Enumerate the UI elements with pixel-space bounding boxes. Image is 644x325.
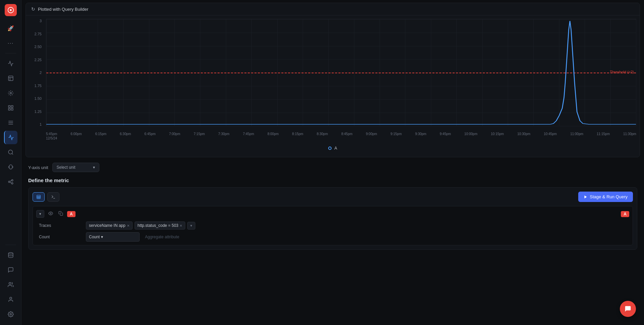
svg-marker-30 [585, 195, 587, 198]
sidebar-item-scope[interactable] [4, 146, 17, 159]
sidebar-item-bug[interactable] [4, 160, 17, 174]
x-label-10: 8:15pm [292, 132, 303, 140]
y-label-250: 2.50 [35, 45, 42, 49]
chevron-icon: ▾ [39, 212, 41, 216]
y-axis-unit-value: Select unit [57, 165, 76, 170]
aggregate-row: Count Count ▾ Aggregate attribute [36, 232, 629, 242]
sidebar-item-list[interactable] [4, 116, 17, 129]
terminal-view-button[interactable] [47, 192, 59, 202]
query-row: ▾ A A Traces serviceNam [33, 206, 633, 245]
chart-header: ↻ Plotted with Query Builder [26, 3, 640, 15]
svg-line-14 [12, 153, 13, 154]
legend-series-label: A [334, 146, 337, 151]
row-visibility-button[interactable] [47, 210, 54, 218]
svg-point-31 [50, 213, 51, 214]
chat-support-button[interactable] [620, 301, 636, 317]
query-builder-icon: ↻ [31, 6, 35, 12]
x-label-5: 7:00pm [169, 132, 180, 140]
sidebar-item-query[interactable] [4, 57, 17, 70]
sidebar: 🚀 ··· [0, 0, 21, 325]
stage-run-label: Stage & Run Query [590, 194, 628, 199]
x-label-6: 7:15pm [194, 132, 205, 140]
row-series-badge-right: A [621, 211, 629, 217]
svg-rect-9 [11, 109, 13, 110]
sidebar-item-connect[interactable] [4, 175, 17, 189]
chart-svg [46, 19, 636, 126]
main-content: ↻ Plotted with Query Builder 3 2.75 2.50… [21, 0, 644, 325]
stage-run-query-button[interactable]: Stage & Run Query [578, 192, 633, 202]
sidebar-divider-2 [5, 245, 16, 245]
sidebar-item-account[interactable] [4, 293, 17, 306]
sidebar-item-chat[interactable] [4, 263, 17, 277]
x-label-20: 10:45pm [544, 132, 557, 140]
aggregate-chevron-icon: ▾ [101, 235, 103, 239]
sidebar-item-team[interactable] [4, 278, 17, 291]
row-copy-button[interactable] [57, 210, 64, 218]
svg-point-20 [8, 253, 13, 254]
filter-chip-servicename-remove[interactable]: ✕ [127, 224, 130, 228]
chart-legend: A [26, 143, 640, 153]
x-label-9: 8:00pm [267, 132, 279, 140]
app-logo[interactable] [5, 4, 17, 16]
svg-line-18 [10, 182, 11, 183]
query-builder-toolbar: Stage & Run Query [33, 192, 633, 202]
y-label-175: 1.75 [35, 84, 42, 88]
sidebar-item-monitor[interactable] [4, 131, 17, 144]
x-label-14: 9:15pm [391, 132, 402, 140]
x-label-23: 11:30pm [623, 132, 636, 140]
x-label-4: 6:45pm [144, 132, 155, 140]
x-label-11: 8:30pm [317, 132, 328, 140]
svg-point-21 [9, 282, 11, 284]
x-label-3: 6:30pm [120, 132, 131, 140]
y-axis-unit-select[interactable]: Select unit ▾ [52, 163, 99, 172]
x-label-12: 8:45pm [341, 132, 352, 140]
filter-chip-statuscode-value: http.status_code = 503 [138, 223, 179, 228]
svg-rect-24 [37, 195, 41, 199]
y-label-125: 1.25 [35, 110, 42, 114]
config-panel: Y-axis unit Select unit ▾ Define the met… [21, 157, 644, 325]
svg-rect-7 [11, 106, 13, 107]
x-label-8: 7:45pm [243, 132, 254, 140]
traces-label: Traces [36, 223, 83, 228]
sidebar-item-storage[interactable] [4, 248, 17, 262]
y-label-1: 1 [40, 122, 42, 126]
svg-point-13 [8, 150, 12, 154]
row-expand-button[interactable]: ▾ [36, 210, 44, 218]
x-label-7: 7:30pm [218, 132, 229, 140]
x-label-2: 6:15pm [95, 132, 106, 140]
svg-point-22 [10, 297, 12, 299]
sidebar-item-infra[interactable] [4, 86, 17, 100]
filter-chip-statuscode-remove[interactable]: ✕ [180, 224, 182, 228]
sidebar-item-more[interactable]: ··· [4, 36, 17, 50]
y-axis-labels: 3 2.75 2.50 2.25 2 1.75 1.50 1.25 1 [26, 19, 44, 126]
filter-chip-servicename-value: serviceName IN app [89, 223, 126, 228]
x-label-16: 9:45pm [440, 132, 451, 140]
sidebar-bottom [4, 243, 17, 321]
row-series-badge: A [67, 211, 76, 217]
sidebar-item-grid[interactable] [4, 101, 17, 115]
svg-point-15 [8, 181, 10, 183]
chart-body: 3 2.75 2.50 2.25 2 1.75 1.50 1.25 1 [26, 15, 640, 143]
table-view-button[interactable] [33, 192, 45, 202]
sidebar-item-reports[interactable] [4, 72, 17, 85]
filter-chip-statuscode[interactable]: http.status_code = 503 ✕ [135, 221, 186, 230]
y-axis-unit-label: Y-axis unit [28, 165, 48, 170]
sidebar-item-settings[interactable] [4, 308, 17, 321]
x-label-19: 10:30pm [517, 132, 530, 140]
svg-point-23 [10, 314, 11, 315]
y-label-225: 2.25 [35, 58, 42, 62]
define-metric-title: Define the metric [28, 177, 637, 183]
chart-title: Plotted with Query Builder [38, 7, 88, 12]
aggregate-function-select[interactable]: Count ▾ [86, 232, 140, 242]
svg-point-17 [11, 182, 13, 184]
sidebar-item-launch[interactable]: 🚀 [4, 22, 17, 35]
filter-chip-servicename[interactable]: serviceName IN app ✕ [86, 221, 133, 230]
query-builder-card: Stage & Run Query ▾ A A [28, 187, 637, 250]
y-label-2: 2 [40, 71, 42, 75]
y-label-275: 2.75 [35, 32, 42, 36]
aggregate-function-value: Count [89, 235, 100, 239]
filter-dropdown-toggle[interactable]: ▾ [187, 222, 195, 230]
traces-filter-row: Traces serviceName IN app ✕ http.status_… [36, 221, 629, 230]
x-label-0: 5:45pm12/5/24 [46, 132, 57, 140]
svg-point-1 [10, 9, 12, 11]
